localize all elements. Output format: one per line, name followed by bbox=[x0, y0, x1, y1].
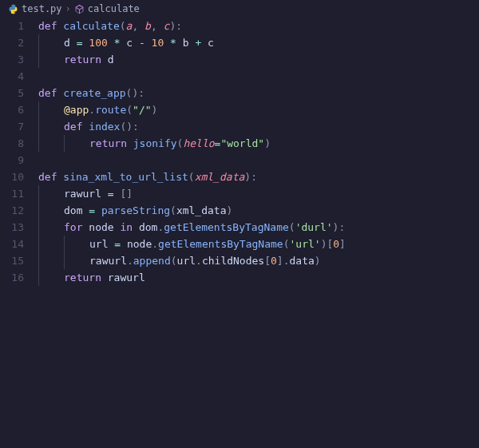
token-pun: . bbox=[152, 238, 158, 250]
indent-guide bbox=[38, 101, 39, 118]
token-var: c bbox=[208, 37, 214, 49]
token-pun: ): bbox=[244, 171, 257, 183]
code-line[interactable]: url = node.getElementsByTagName('url')[0… bbox=[38, 236, 479, 252]
code-line[interactable]: @app.route("/") bbox=[38, 101, 479, 118]
token-op: = bbox=[114, 238, 127, 250]
code-line[interactable]: dom = parseString(xml_data) bbox=[38, 202, 479, 219]
code-line[interactable] bbox=[38, 152, 479, 168]
breadcrumb-symbol[interactable]: calculate bbox=[88, 3, 140, 14]
line-number: 2 bbox=[0, 34, 24, 51]
token-prop: route bbox=[95, 104, 126, 116]
token-pun: [ bbox=[264, 255, 271, 267]
code-line[interactable]: def create_app(): bbox=[38, 85, 479, 101]
token-kw: return bbox=[64, 54, 108, 65]
code-area[interactable]: def calculate(a, b, c):d = 100 * c - 10 … bbox=[35, 18, 479, 448]
line-number: 1 bbox=[0, 18, 24, 34]
token-dec: @app bbox=[64, 104, 89, 116]
token-num: 100 bbox=[89, 37, 113, 49]
token-pun: ( bbox=[188, 171, 195, 183]
token-var: c bbox=[126, 37, 139, 49]
code-line[interactable] bbox=[38, 68, 479, 85]
token-op: - bbox=[139, 37, 152, 49]
indent-guide bbox=[64, 252, 65, 269]
code-line[interactable]: def sina_xml_to_url_list(xml_data): bbox=[38, 168, 479, 185]
line-number: 13 bbox=[0, 219, 24, 236]
code-editor[interactable]: 12345678910111213141516 def calculate(a,… bbox=[0, 18, 479, 448]
token-pun: , bbox=[151, 20, 164, 32]
token-pun: ) bbox=[315, 255, 321, 267]
token-var: dom bbox=[64, 204, 89, 216]
token-pun: ( bbox=[126, 104, 133, 116]
token-kw: def bbox=[38, 20, 63, 32]
token-pun: ( bbox=[171, 255, 177, 267]
line-number: 11 bbox=[0, 185, 24, 202]
indent-guide bbox=[38, 236, 39, 252]
token-num: 0 bbox=[333, 238, 339, 250]
token-pun: . bbox=[89, 104, 95, 116]
token-kw: def bbox=[38, 171, 63, 183]
code-line[interactable]: return jsonify(hello="world") bbox=[38, 135, 479, 152]
token-pun: ( bbox=[170, 204, 176, 216]
token-op: = bbox=[89, 204, 101, 216]
token-str: "world" bbox=[220, 137, 264, 149]
token-pun: , bbox=[132, 20, 144, 32]
code-line[interactable]: return d bbox=[38, 51, 479, 68]
indent-guide bbox=[38, 51, 39, 68]
token-pun: ( bbox=[289, 221, 295, 233]
token-pun: . bbox=[127, 255, 133, 267]
code-line[interactable]: rawurl.append(url.childNodes[0].data) bbox=[38, 252, 479, 269]
token-pun: ]. bbox=[277, 255, 290, 267]
code-line[interactable]: d = 100 * c - 10 * b + c bbox=[38, 34, 479, 51]
breadcrumb-file[interactable]: test.py bbox=[22, 3, 62, 14]
token-op: * bbox=[114, 37, 127, 49]
token-fn: parseString bbox=[101, 204, 170, 216]
line-number: 5 bbox=[0, 85, 24, 101]
token-pun: ) bbox=[227, 204, 233, 216]
indent-guide bbox=[64, 236, 65, 252]
code-line[interactable]: rawurl = [] bbox=[38, 185, 479, 202]
line-number: 3 bbox=[0, 51, 24, 68]
indent-guide bbox=[38, 252, 39, 269]
symbol-method-icon bbox=[74, 4, 85, 14]
token-pun: )[ bbox=[321, 238, 334, 250]
line-number: 10 bbox=[0, 168, 24, 185]
token-var: data bbox=[290, 255, 315, 267]
breadcrumb-separator: › bbox=[65, 3, 71, 14]
token-pun: ( bbox=[120, 20, 126, 32]
token-var: d bbox=[108, 54, 114, 65]
token-var: rawurl bbox=[108, 272, 145, 283]
token-kw: def bbox=[64, 121, 89, 133]
line-number: 6 bbox=[0, 101, 24, 118]
token-kwarg: hello bbox=[183, 137, 214, 149]
token-pun: ) bbox=[152, 104, 158, 116]
line-number: 9 bbox=[0, 152, 24, 168]
token-op: = bbox=[108, 188, 121, 200]
indent-guide bbox=[64, 135, 65, 152]
token-var: dom bbox=[139, 221, 157, 233]
token-var: node bbox=[127, 238, 152, 250]
token-var: url bbox=[89, 238, 114, 250]
token-kw: return bbox=[89, 137, 133, 149]
token-fn: calculate bbox=[63, 20, 119, 32]
token-prop: append bbox=[133, 255, 171, 267]
token-prop: getElementsByTagName bbox=[158, 238, 283, 250]
token-kw: return bbox=[64, 272, 108, 283]
token-op: + bbox=[195, 37, 208, 49]
code-line[interactable]: def calculate(a, b, c): bbox=[38, 18, 479, 34]
indent-guide bbox=[38, 185, 39, 202]
code-line[interactable]: def index(): bbox=[38, 118, 479, 135]
line-number: 14 bbox=[0, 236, 24, 252]
token-str: 'durl' bbox=[295, 221, 333, 233]
token-num: 10 bbox=[152, 37, 170, 49]
python-file-icon bbox=[8, 4, 18, 14]
token-kw: for bbox=[64, 221, 89, 233]
token-var: xml_data bbox=[176, 204, 227, 216]
token-fn: index bbox=[89, 121, 120, 133]
code-line[interactable]: return rawurl bbox=[38, 269, 479, 286]
code-line[interactable]: for node in dom.getElementsByTagName('du… bbox=[38, 219, 479, 236]
token-var: childNodes bbox=[202, 255, 264, 267]
breadcrumb[interactable]: test.py › calculate bbox=[0, 0, 479, 18]
token-var: rawurl bbox=[64, 188, 108, 200]
token-par: b bbox=[144, 20, 151, 32]
token-kw: def bbox=[38, 87, 63, 99]
